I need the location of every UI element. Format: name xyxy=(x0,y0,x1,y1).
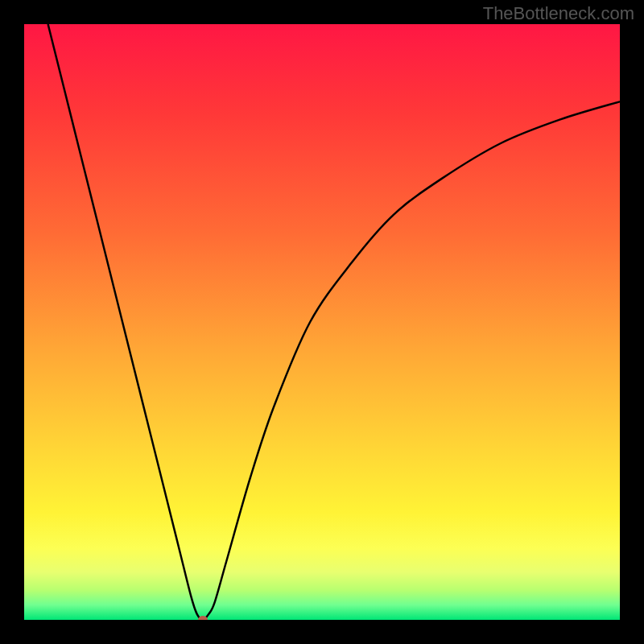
chart-curve xyxy=(24,24,620,620)
optimal-point-marker xyxy=(198,616,208,620)
watermark-text: TheBottleneck.com xyxy=(483,3,634,24)
chart-plot-area xyxy=(24,24,620,620)
